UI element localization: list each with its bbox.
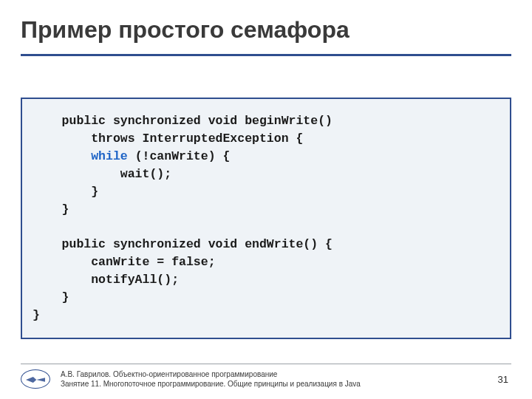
- code-block: public synchronized void beginWrite() th…: [21, 98, 511, 339]
- code-line-suffix: (!canWrite) {: [128, 149, 231, 163]
- code-line: }: [33, 290, 69, 304]
- page-number: 31: [498, 374, 511, 385]
- footer-text: А.В. Гаврилов. Объектно-ориентированное …: [61, 369, 488, 389]
- code-line: canWrite = false;: [33, 255, 216, 269]
- title-divider: [21, 54, 511, 56]
- footer-inner: А.В. Гаврилов. Объектно-ориентированное …: [21, 369, 511, 389]
- code-line: throws InterruptedException {: [33, 132, 303, 146]
- slide-title: Пример простого семафора: [21, 16, 511, 44]
- keyword-while: while: [91, 149, 128, 163]
- code-line: public synchronized void endWrite() {: [33, 237, 332, 251]
- code-line: notifyAll();: [33, 273, 179, 287]
- slide: Пример простого семафора public synchron…: [0, 0, 532, 399]
- footer: А.В. Гаврилов. Объектно-ориентированное …: [0, 364, 532, 389]
- code-line: wait();: [33, 167, 171, 181]
- logo-icon: [21, 369, 50, 389]
- code-line: public synchronized void beginWrite(): [33, 114, 332, 128]
- footer-divider: [21, 364, 511, 364]
- footer-line-2: Занятие 11. Многопоточное программирован…: [61, 379, 488, 389]
- code-line: }: [33, 185, 98, 199]
- code-line-prefix: [33, 149, 91, 163]
- code-line: }: [33, 202, 69, 216]
- code-line: }: [33, 308, 40, 322]
- footer-line-1: А.В. Гаврилов. Объектно-ориентированное …: [61, 369, 488, 379]
